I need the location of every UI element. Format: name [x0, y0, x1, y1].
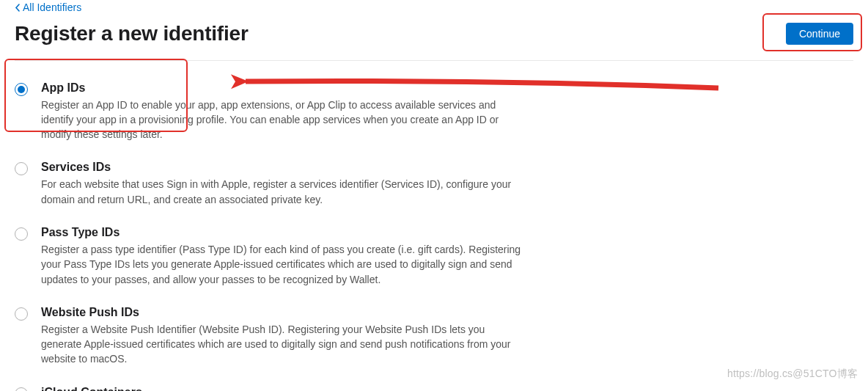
- radio-icloud-containers[interactable]: [15, 387, 28, 391]
- option-title: App IDs: [41, 81, 525, 95]
- identifier-options: App IDs Register an App ID to enable you…: [15, 61, 853, 392]
- continue-button[interactable]: Continue: [786, 23, 853, 45]
- option-title: Pass Type IDs: [41, 226, 525, 239]
- option-desc: Register a pass type identifier (Pass Ty…: [41, 242, 525, 287]
- page-header: Register a new identifier Continue: [15, 15, 853, 61]
- option-text: Website Push IDs Register a Website Push…: [41, 306, 525, 367]
- option-website-push-ids[interactable]: Website Push IDs Register a Website Push…: [15, 297, 853, 377]
- option-title: Services IDs: [41, 161, 525, 174]
- option-text: Pass Type IDs Register a pass type ident…: [41, 226, 525, 287]
- option-title: Website Push IDs: [41, 306, 525, 319]
- option-app-ids[interactable]: App IDs Register an App ID to enable you…: [15, 73, 853, 153]
- option-text: iCloud Containers Registering your iClou…: [41, 386, 525, 391]
- option-desc: For each website that uses Sign in with …: [41, 177, 525, 207]
- radio-pass-type-ids[interactable]: [15, 227, 28, 241]
- radio-website-push-ids[interactable]: [15, 307, 28, 321]
- option-title: iCloud Containers: [41, 386, 525, 391]
- radio-services-ids[interactable]: [15, 162, 28, 175]
- back-link-label: All Identifiers: [23, 1, 81, 13]
- option-desc: Register a Website Push Identifier (Webs…: [41, 322, 525, 367]
- back-link[interactable]: All Identifiers: [15, 1, 81, 13]
- radio-app-ids[interactable]: [15, 83, 28, 96]
- option-text: App IDs Register an App ID to enable you…: [41, 81, 525, 142]
- page-title: Register a new identifier: [15, 22, 249, 45]
- option-services-ids[interactable]: Services IDs For each website that uses …: [15, 152, 853, 217]
- option-text: Services IDs For each website that uses …: [41, 161, 525, 207]
- option-desc: Register an App ID to enable your app, a…: [41, 98, 525, 142]
- option-pass-type-ids[interactable]: Pass Type IDs Register a pass type ident…: [15, 217, 853, 297]
- watermark: https://blog.cs@51CTO博客: [727, 368, 858, 381]
- chevron-left-icon: [15, 4, 21, 12]
